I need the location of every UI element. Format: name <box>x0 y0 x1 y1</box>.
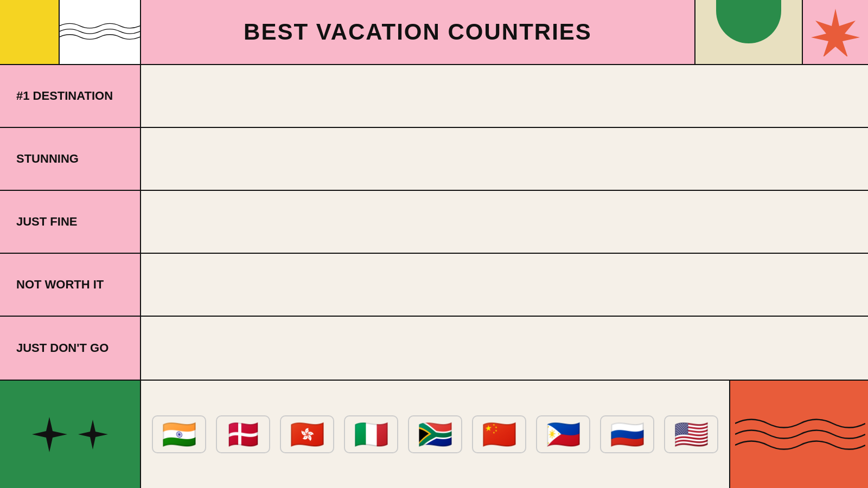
header-title-area: BEST VACATION COUNTRIES <box>141 0 694 64</box>
tier-row-2[interactable] <box>141 128 868 191</box>
flag-southafrica[interactable]: 🇿🇦 <box>408 415 462 453</box>
flag-hongkong[interactable]: 🇭🇰 <box>280 415 334 453</box>
tier-row-4[interactable] <box>141 254 868 317</box>
flag-denmark[interactable]: 🇩🇰 <box>216 415 270 453</box>
tier-labels-column: #1 DESTINATION STUNNING JUST FINE NOT WO… <box>0 65 141 380</box>
footer-right-decoration <box>729 381 868 488</box>
star4-icon-1 <box>32 417 67 452</box>
footer-left-decoration <box>0 381 141 488</box>
tier-row-3[interactable] <box>141 191 868 254</box>
header-yellow-block <box>0 0 60 64</box>
flag-india[interactable]: 🇮🇳 <box>152 415 206 453</box>
svg-marker-0 <box>811 9 860 56</box>
tier-rows <box>141 65 868 380</box>
arch-decoration <box>695 0 803 64</box>
flag-italy[interactable]: 🇮🇹 <box>344 415 398 453</box>
flag-china[interactable]: 🇨🇳 <box>472 415 526 453</box>
svg-marker-2 <box>78 420 108 450</box>
footer-wave-decoration <box>735 413 865 456</box>
star-icon <box>811 8 860 56</box>
svg-marker-1 <box>32 417 67 452</box>
header: BEST VACATION COUNTRIES <box>0 0 868 65</box>
header-left-decoration <box>0 0 141 64</box>
tier-area: #1 DESTINATION STUNNING JUST FINE NOT WO… <box>0 65 868 380</box>
flag-usa[interactable]: 🇺🇸 <box>664 415 718 453</box>
tier-label-5: JUST DON'T GO <box>0 317 140 380</box>
tier-label-1: #1 DESTINATION <box>0 65 140 128</box>
tier-label-4: NOT WORTH IT <box>0 254 140 317</box>
tier-row-5[interactable] <box>141 317 868 380</box>
page-title: BEST VACATION COUNTRIES <box>244 19 592 45</box>
arch-green-shape <box>716 0 781 43</box>
star-decoration-box <box>803 0 868 64</box>
header-wave-decoration <box>60 0 140 64</box>
footer-flags-area: 🇮🇳 🇩🇰 🇭🇰 🇮🇹 🇿🇦 🇨🇳 🇵🇭 🇷🇺 🇺🇸 <box>141 381 729 488</box>
tier-label-2: STUNNING <box>0 128 140 191</box>
flag-russia[interactable]: 🇷🇺 <box>600 415 654 453</box>
tier-label-3: JUST FINE <box>0 191 140 254</box>
star4-icon-2 <box>78 420 108 450</box>
flag-philippines[interactable]: 🇵🇭 <box>536 415 590 453</box>
footer: 🇮🇳 🇩🇰 🇭🇰 🇮🇹 🇿🇦 🇨🇳 🇵🇭 🇷🇺 🇺🇸 <box>0 380 868 488</box>
header-right-decoration <box>694 0 868 64</box>
tier-row-1[interactable] <box>141 65 868 128</box>
